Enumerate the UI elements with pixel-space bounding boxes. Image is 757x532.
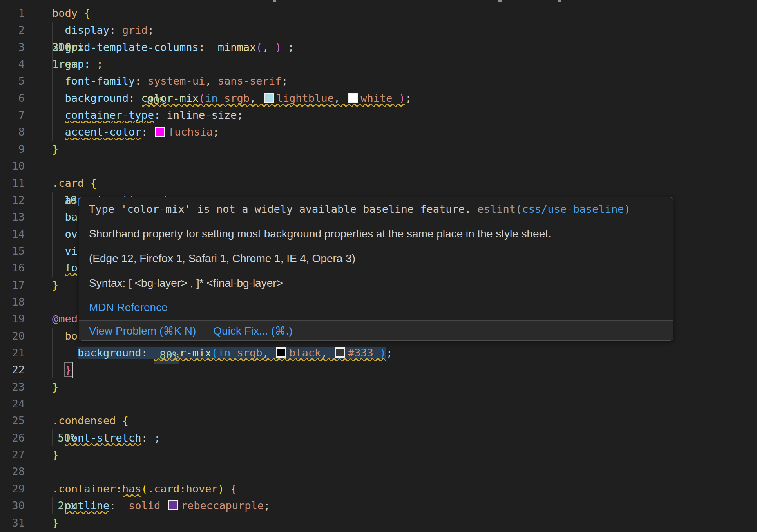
hover-tooltip: Type 'color-mix' is not a widely availab… — [79, 197, 673, 341]
line-number: 15 — [0, 242, 25, 259]
token: , — [262, 41, 275, 53]
code-line[interactable]: 23} — [0, 378, 757, 395]
token — [52, 126, 65, 138]
token: ; — [288, 41, 294, 53]
text-cursor — [72, 362, 73, 378]
code-line[interactable]: 9} — [0, 141, 757, 157]
token: ( — [141, 483, 148, 495]
token: ) — [275, 41, 281, 53]
code-text: grid-template-columns: 1fr minmax(200px,… — [52, 39, 757, 56]
token — [52, 364, 65, 376]
token: { — [91, 177, 97, 189]
line-number: 10 — [0, 157, 25, 174]
token: ( — [199, 92, 205, 104]
token: solid — [129, 499, 160, 512]
code-line[interactable]: 26 font-stretch: 50%; — [0, 429, 757, 446]
token: , — [263, 347, 275, 359]
token: : — [109, 499, 122, 512]
line-number: 12 — [0, 192, 25, 208]
code-line[interactable]: 30 outline: 2px solid rebeccapurple; — [0, 497, 757, 514]
line-number: 26 — [0, 429, 25, 446]
line-number: 29 — [0, 480, 25, 497]
token: fuchsia — [168, 126, 213, 138]
token: , — [334, 92, 347, 104]
code-line[interactable]: 29.container:has(.card:hover) { — [0, 480, 757, 497]
line-number: 27 — [0, 446, 25, 463]
code-text: container-type: inline-size; — [52, 107, 757, 123]
token: { — [84, 7, 90, 19]
code-line[interactable]: 10 — [0, 157, 757, 174]
code-line[interactable]: 3 grid-template-columns: 1fr minmax(200p… — [0, 39, 757, 56]
token — [211, 41, 217, 53]
quick-fix-action[interactable]: Quick Fix... (⌘.) — [213, 324, 292, 337]
token — [52, 75, 65, 87]
code-line[interactable]: 4 gap: 1rem; — [0, 56, 757, 72]
line-number: 8 — [0, 123, 25, 140]
token: lightblue — [277, 92, 334, 104]
token — [52, 347, 78, 359]
hover-action-bar: View Problem (⌘K N) Quick Fix... (⌘.) — [79, 320, 673, 340]
token: srgb — [224, 92, 250, 104]
token — [218, 92, 224, 104]
token: body — [52, 7, 78, 19]
token: : — [141, 347, 154, 359]
mdn-reference-link[interactable]: MDN Reference — [89, 301, 168, 314]
code-line[interactable]: 22 } — [0, 361, 757, 378]
code-text: .condensed { — [52, 412, 757, 429]
code-line[interactable]: 21 background: color-mix(in srgb, black,… — [0, 344, 757, 361]
view-problem-action[interactable]: View Problem (⌘K N) — [89, 324, 196, 337]
token: ( — [256, 41, 262, 53]
code-line[interactable]: 1body { — [0, 5, 757, 22]
token — [52, 245, 65, 257]
code-line[interactable]: 25.condensed { — [0, 412, 757, 429]
code-text: display: grid; — [52, 22, 757, 38]
code-text: .card { — [52, 175, 757, 192]
token: black — [289, 347, 321, 359]
line-number: 13 — [0, 208, 25, 225]
token: ) — [399, 92, 405, 104]
token: ba — [65, 211, 78, 223]
token: srgb — [237, 347, 262, 359]
lint-source-prefix: eslint( — [478, 203, 522, 215]
token: vi — [65, 245, 78, 257]
token: 1rem — [52, 56, 77, 72]
token — [52, 262, 65, 274]
code-line[interactable]: 6 background: color-mix(in srgb, lightbl… — [0, 90, 757, 107]
code-text: body { — [52, 5, 757, 22]
token — [52, 330, 65, 342]
token: @med — [52, 313, 78, 325]
token: in — [218, 347, 231, 359]
token: ; — [386, 347, 392, 359]
code-line[interactable]: 11.card { — [0, 175, 757, 192]
line-number: 6 — [0, 90, 25, 107]
token — [52, 211, 65, 223]
code-line[interactable]: 8 accent-color: fuchsia; — [0, 123, 757, 140]
code-line[interactable]: 31} — [0, 514, 757, 531]
code-line[interactable]: 27} — [0, 446, 757, 463]
color-swatch — [155, 127, 165, 137]
code-text: outline: 2px solid rebeccapurple; — [52, 497, 757, 514]
token: .card:hover — [148, 483, 218, 495]
cropped-text-fragment — [558, 0, 561, 2]
warning-squiggle: accent-color — [65, 126, 141, 138]
syntax-line: Syntax: [ <bg-layer> , ]* <final-bg-laye… — [89, 277, 283, 290]
color-swatch — [168, 500, 178, 510]
code-text: background: color-mix(in srgb, black, #3… — [52, 344, 757, 361]
code-line[interactable]: 5 font-family: system-ui, sans-serif; — [0, 72, 757, 89]
code-text: font-family: system-ui, sans-serif; — [52, 72, 757, 89]
lint-rule-link[interactable]: css/use-baseline — [522, 203, 624, 215]
code-line[interactable]: 24 — [0, 395, 757, 412]
token: .card — [52, 177, 84, 189]
code-line[interactable]: 28 — [0, 463, 757, 480]
code-editor[interactable]: 1body {2 display: grid;3 grid-template-c… — [0, 0, 757, 532]
token: has — [122, 483, 141, 495]
code-line[interactable]: 2 display: grid; — [0, 22, 757, 38]
code-text: } — [52, 446, 757, 463]
line-number: 17 — [0, 277, 25, 293]
line-number: 3 — [0, 39, 25, 56]
code-line[interactable]: 7 container-type: inline-size; — [0, 107, 757, 123]
token — [160, 499, 167, 512]
token: ; — [148, 24, 154, 36]
token: } — [52, 143, 58, 155]
token: ; — [237, 109, 243, 121]
